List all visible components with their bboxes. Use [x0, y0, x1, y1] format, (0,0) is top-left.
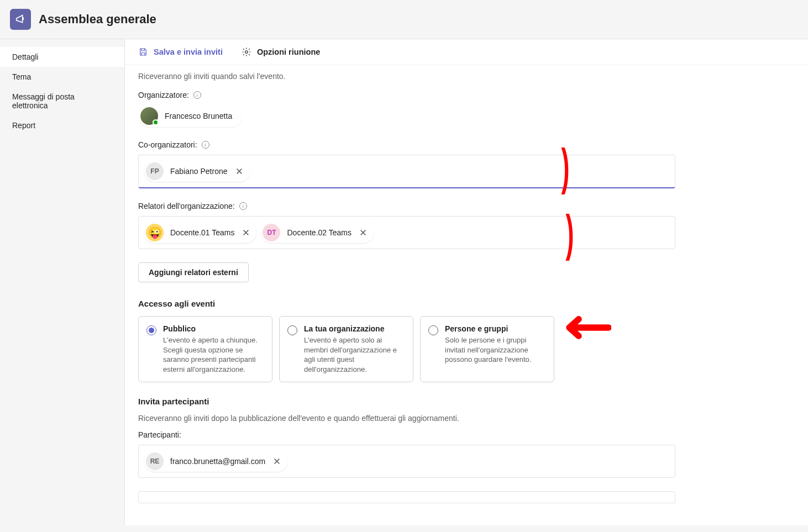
presenters-input[interactable]: 😜 Docente.01 Teams DT Docente.02 Teams — [138, 216, 675, 249]
person-chip: FP Fabiano Petrone — [144, 161, 250, 182]
organizer-label: Organizzatore: i — [138, 91, 675, 99]
radio-icon — [428, 325, 438, 335]
invite-participants-sub: Riceveranno gli inviti dopo la pubblicaz… — [138, 414, 675, 423]
remove-person-button[interactable] — [241, 228, 251, 238]
meeting-options-label: Opzioni riunione — [257, 48, 320, 56]
save-icon — [138, 47, 148, 57]
invite-participants-title: Invita partecipanti — [138, 397, 675, 406]
person-name: franco.brunetta@gmail.com — [170, 457, 265, 466]
save-button[interactable]: Salva e invia inviti — [138, 47, 223, 57]
person-chip: RE franco.brunetta@gmail.com — [144, 451, 287, 472]
person-chip: 😜 Docente.01 Teams — [144, 222, 256, 243]
sidebar-item-tema[interactable]: Tema — [0, 67, 124, 87]
organizer-name: Francesco Brunetta — [165, 112, 232, 120]
access-option-public[interactable]: Pubblico L'evento è aperto a chiunque. S… — [138, 316, 272, 382]
info-icon[interactable]: i — [202, 141, 209, 149]
person-chip: DT Docente.02 Teams — [261, 222, 373, 243]
info-icon[interactable]: i — [239, 202, 247, 210]
person-name: Fabiano Petrone — [170, 167, 228, 176]
gear-icon — [242, 47, 251, 57]
participants-label: Partecipanti: — [138, 430, 675, 439]
save-button-label: Salva e invia inviti — [154, 48, 223, 56]
presenters-label: Relatori dell'organizzazione: i — [138, 202, 675, 210]
close-icon — [359, 229, 367, 236]
info-icon[interactable]: i — [193, 91, 201, 99]
invite-info-text: Riceveranno gli inviti quando salvi l'ev… — [138, 72, 675, 81]
svg-point-0 — [245, 51, 248, 54]
coorganizers-input[interactable]: FP Fabiano Petrone — [138, 155, 675, 188]
remove-person-button[interactable] — [234, 166, 244, 176]
radio-icon — [287, 325, 297, 335]
presence-available-icon — [153, 119, 159, 125]
avatar: FP — [146, 162, 164, 180]
add-external-presenters-button[interactable]: Aggiungi relatori esterni — [138, 262, 249, 282]
close-icon — [242, 229, 250, 236]
radio-icon — [146, 325, 156, 335]
access-option-org[interactable]: La tua organizzazione L'evento è aperto … — [279, 316, 413, 382]
page-header: Assemblea generale — [0, 0, 808, 39]
main-panel: Salva e invia inviti Opzioni riunione Ri… — [124, 39, 808, 525]
avatar: RE — [146, 452, 164, 470]
toolbar: Salva e invia inviti Opzioni riunione — [125, 39, 808, 65]
extra-input[interactable] — [138, 491, 675, 503]
close-icon — [273, 457, 281, 465]
close-icon — [235, 167, 243, 175]
organizer-chip: Francesco Brunetta — [138, 105, 242, 127]
avatar: 😜 — [146, 224, 164, 241]
participants-input[interactable]: RE franco.brunetta@gmail.com — [138, 445, 675, 478]
access-title: Accesso agli eventi — [138, 299, 675, 308]
remove-person-button[interactable] — [358, 228, 368, 238]
sidebar-item-messaggi[interactable]: Messaggi di posta elettronica — [0, 87, 124, 115]
sidebar-item-report[interactable]: Report — [0, 115, 124, 135]
access-radio-group: Pubblico L'evento è aperto a chiunque. S… — [138, 316, 675, 382]
avatar — [140, 107, 158, 125]
coorganizers-label: Co-organizzatori: i — [138, 140, 675, 149]
person-name: Docente.02 Teams — [287, 228, 351, 237]
avatar: DT — [263, 224, 280, 241]
meeting-options-button[interactable]: Opzioni riunione — [242, 47, 320, 57]
page-title: Assemblea generale — [39, 12, 156, 27]
person-name: Docente.01 Teams — [170, 228, 234, 237]
megaphone-icon — [10, 9, 31, 30]
sidebar-item-dettagli[interactable]: Dettagli — [0, 47, 124, 67]
sidebar: Dettagli Tema Messaggi di posta elettron… — [0, 39, 124, 525]
remove-person-button[interactable] — [272, 456, 282, 466]
access-option-groups[interactable]: Persone e gruppi Solo le persone e i gru… — [420, 316, 554, 382]
